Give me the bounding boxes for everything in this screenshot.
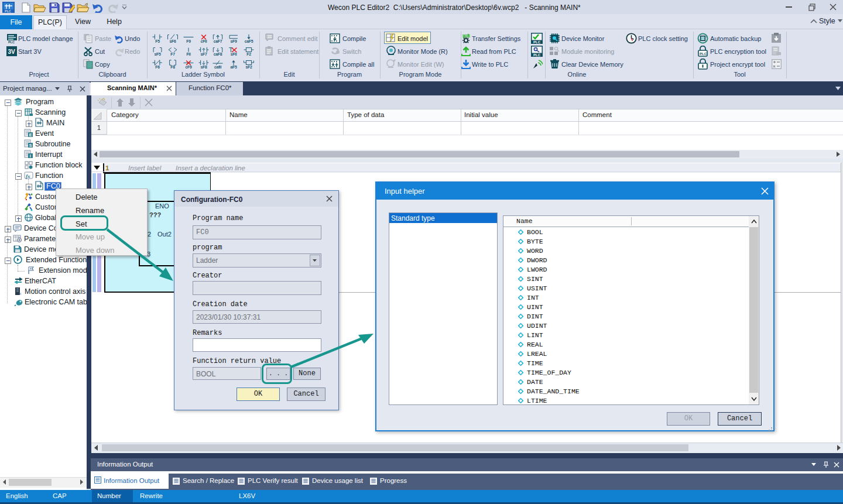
svg-text:PLC: PLC	[533, 53, 541, 57]
svg-text:PLC: PLC	[700, 52, 707, 56]
svg-text:PLC: PLC	[5, 9, 11, 13]
svg-text:I: I	[30, 154, 31, 158]
svg-text:fx: fx	[26, 173, 30, 179]
svg-text:S: S	[29, 143, 32, 148]
svg-text:PLC: PLC	[8, 40, 15, 44]
svg-text:PLC: PLC	[533, 40, 541, 44]
svg-text:E: E	[29, 133, 32, 137]
svg-text:x: x	[19, 292, 22, 296]
svg-text:3V: 3V	[8, 49, 15, 55]
